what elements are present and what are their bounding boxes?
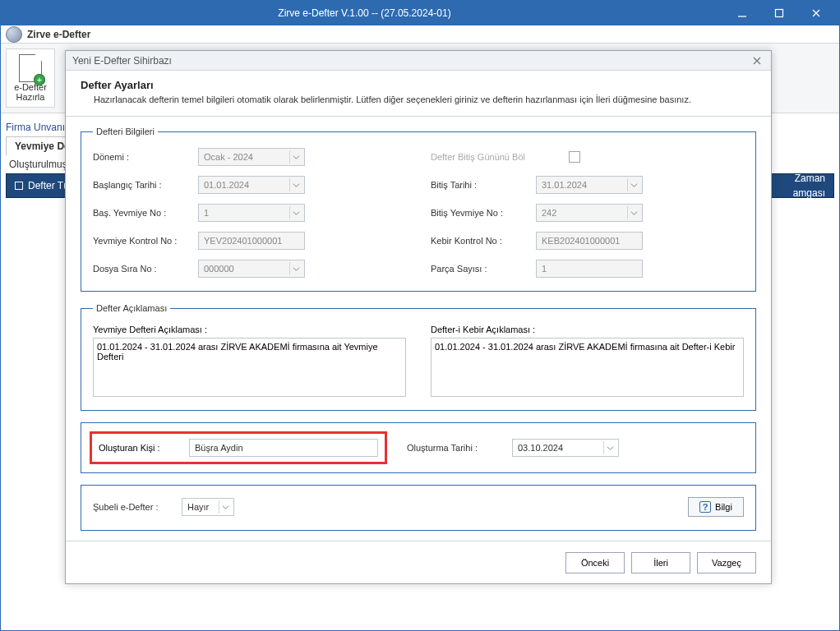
panel-aciklama: Defter Açıklaması Yevmiye Defteri Açıkla… <box>81 303 756 411</box>
bit-yev-label: Bitiş Yevmiye No : <box>431 208 529 218</box>
app-window: Zirve e-Defter V.1.00 -- (27.05.2024-01)… <box>0 0 840 631</box>
new-document-icon: + <box>19 54 42 82</box>
bas-yev-label: Baş. Yevmiye No : <box>93 208 192 218</box>
kebir-aciklama-textarea[interactable] <box>431 338 744 397</box>
legend-defteri-bilgileri: Defteri Bilgileri <box>93 127 158 136</box>
bit-yev-input[interactable]: 242 <box>536 204 643 222</box>
bilgi-button[interactable]: ? Bilgi <box>688 497 744 517</box>
olusturan-kisi-label: Oluşturan Kişi : <box>99 443 181 453</box>
wizard-title: Yeni E-Defter Sihirbazı <box>72 55 750 67</box>
edefter-hazirla-button[interactable]: + e-Defter Hazırla <box>6 48 55 108</box>
window-title: Zirve e-Defter V.1.00 -- (27.05.2024-01) <box>6 7 723 19</box>
chevron-down-icon <box>289 150 302 164</box>
bilgi-label: Bilgi <box>715 502 732 512</box>
wizard-close-button[interactable] <box>750 53 764 68</box>
parca-value: 1 <box>542 264 547 274</box>
yev-aciklama-label: Yevmiye Defteri Açıklaması : <box>93 325 406 334</box>
baslangic-input[interactable]: 01.01.2024 <box>198 176 305 194</box>
ileri-button[interactable]: İleri <box>631 552 690 573</box>
maximize-button[interactable] <box>760 1 797 25</box>
kebir-kontrol-label: Kebir Kontrol No : <box>431 236 529 246</box>
bol-checkbox[interactable] <box>569 151 580 163</box>
close-icon <box>811 8 821 18</box>
kebir-kontrol-value: KEB202401000001 <box>542 236 620 246</box>
chevron-down-icon <box>289 206 302 219</box>
close-button[interactable] <box>797 1 834 25</box>
yev-kontrol-input: YEV202401000001 <box>198 232 305 250</box>
minimize-icon <box>737 8 747 18</box>
bitis-value: 31.01.2024 <box>542 180 587 190</box>
wizard-modal: Yeni E-Defter Sihirbazı Defter Ayarları … <box>65 50 772 584</box>
baslangic-value: 01.01.2024 <box>204 180 249 190</box>
panel-olusturan: Oluşturan Kişi : Büşra Aydin Oluşturma T… <box>81 422 756 473</box>
chevron-down-icon <box>627 206 640 219</box>
chevron-down-icon <box>289 178 302 191</box>
olusturma-tarih-value: 03.10.2024 <box>518 443 563 453</box>
olusturan-highlight: Oluşturan Kişi : Büşra Aydin <box>90 431 387 464</box>
subeli-value: Hayır <box>187 502 209 512</box>
grid-col-zaman-l1: Zaman <box>795 173 825 183</box>
tab-olusturulmus[interactable]: Oluşturulmuş <box>9 159 67 170</box>
bitis-input[interactable]: 31.01.2024 <box>536 176 643 194</box>
dosya-label: Dosya Sıra No : <box>93 264 192 274</box>
app-icon <box>6 26 22 43</box>
legend-aciklama: Defter Açıklaması <box>93 303 170 313</box>
subeli-label: Şubeli e-Defter : <box>93 502 175 512</box>
olusturan-kisi-input[interactable]: Büşra Aydin <box>189 439 378 457</box>
olusturma-tarih-input[interactable]: 03.10.2024 <box>512 439 619 457</box>
wizard-heading: Defter Ayarları <box>81 79 756 91</box>
titlebar: Zirve e-Defter V.1.00 -- (27.05.2024-01) <box>1 1 839 25</box>
subeli-select[interactable]: Hayır <box>182 498 234 516</box>
donemi-value: Ocak - 2024 <box>204 152 253 162</box>
wizard-header: Defter Ayarları Hazırlanacak defterin te… <box>66 71 771 117</box>
ribbon-tab-label[interactable]: Zirve e-Defter <box>27 29 90 40</box>
bas-yev-input[interactable]: 1 <box>198 204 305 222</box>
olusturma-tarih-label: Oluşturma Tarihi : <box>407 443 505 453</box>
ribbon-tab-row: Zirve e-Defter <box>1 25 839 44</box>
chevron-down-icon <box>627 178 640 191</box>
question-icon: ? <box>699 501 711 513</box>
grid-col-zaman-l2: amgası <box>793 188 825 198</box>
wizard-subtext: Hazırlanacak defterin temel bilgileri ot… <box>81 94 756 104</box>
edefter-hazirla-line2: Hazırla <box>16 92 45 102</box>
kebir-aciklama-label: Defter-i Kebir Açıklaması : <box>431 325 744 334</box>
bas-yev-value: 1 <box>204 208 209 218</box>
svg-rect-0 <box>775 10 782 17</box>
chevron-down-icon <box>603 441 616 454</box>
baslangic-label: Başlangıç Tarihi : <box>93 180 192 190</box>
minimize-button[interactable] <box>723 1 760 25</box>
yev-aciklama-textarea[interactable] <box>93 338 406 397</box>
donemi-label: Dönemi : <box>93 152 192 162</box>
close-icon <box>752 56 762 66</box>
onceki-button[interactable]: Önceki <box>565 552 625 573</box>
olusturan-kisi-value: Büşra Aydin <box>195 443 243 453</box>
yev-kontrol-label: Yevmiye Kontrol No : <box>93 236 192 246</box>
vazgec-button[interactable]: Vazgeç <box>697 552 756 573</box>
panel-defteri-bilgileri: Defteri Bilgileri Dönemi : Ocak - 2024 D… <box>81 127 756 292</box>
bitis-label: Bitiş Tarihi : <box>431 180 529 190</box>
donemi-select[interactable]: Ocak - 2024 <box>198 148 305 166</box>
bol-label: Defter Bitiş Gününü Böl <box>431 152 562 162</box>
wizard-footer: Önceki İleri Vazgeç <box>66 541 771 583</box>
panel-subeli: Şubeli e-Defter : Hayır ? Bilgi <box>81 485 756 531</box>
chevron-down-icon <box>219 500 232 514</box>
kebir-kontrol-input: KEB202401000001 <box>536 232 643 250</box>
bit-yev-value: 242 <box>542 208 556 218</box>
grid-select-all[interactable] <box>15 182 23 190</box>
maximize-icon <box>774 8 784 18</box>
parca-label: Parça Sayısı : <box>431 264 529 274</box>
chevron-down-icon <box>289 262 302 275</box>
wizard-titlebar: Yeni E-Defter Sihirbazı <box>66 51 771 71</box>
firma-unvan-label: Firma Unvanı <box>6 122 65 133</box>
dosya-value: 000000 <box>204 264 234 274</box>
dosya-input[interactable]: 000000 <box>198 260 305 278</box>
wizard-body: Defteri Bilgileri Dönemi : Ocak - 2024 D… <box>66 117 771 541</box>
parca-input: 1 <box>536 260 643 278</box>
yev-kontrol-value: YEV202401000001 <box>204 236 282 246</box>
